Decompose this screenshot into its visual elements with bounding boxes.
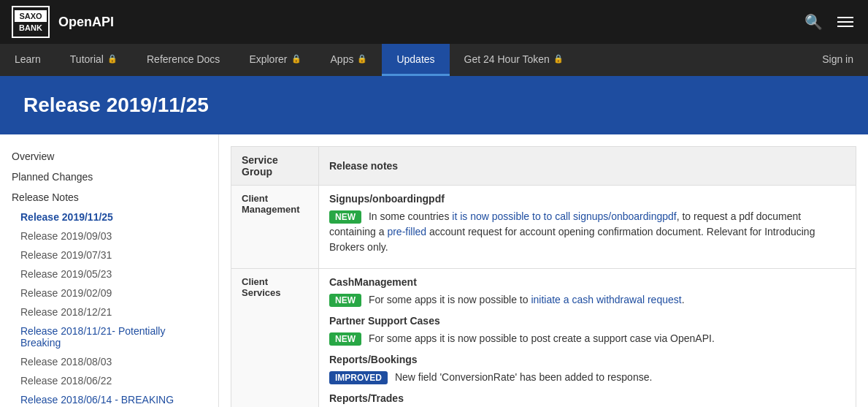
- page-title-bar: Release 2019/11/25: [0, 76, 868, 134]
- lock-icon-explorer: 🔒: [291, 54, 302, 64]
- nav-item-reference-docs[interactable]: Reference Docs: [132, 44, 234, 76]
- site-title: OpenAPI: [58, 15, 114, 30]
- release-notes-table: Service Group Release notes ClientManage…: [231, 146, 856, 407]
- nav-label-explorer: Explorer: [249, 53, 287, 65]
- sidebar-release-2018-06-14[interactable]: Release 2018/06/14 - BREAKING: [12, 390, 207, 407]
- sidebar-release-2018-06-22[interactable]: Release 2018/06/22: [12, 371, 207, 390]
- entry-text-cash: For some apps it is now possible to init…: [369, 294, 685, 305]
- entry-reports-bookings: Reports/Bookings IMPROVED New field 'Con…: [329, 354, 845, 385]
- lock-icon-tutorial: 🔒: [107, 54, 118, 64]
- main-content: Overview Planned Changes Release Notes R…: [0, 134, 868, 407]
- sidebar-release-2018-08-03[interactable]: Release 2018/08/03: [12, 352, 207, 371]
- nav-label-reference-docs: Reference Docs: [147, 53, 220, 65]
- saxo-bank-logo[interactable]: SAXO BANK: [12, 6, 50, 38]
- nav-item-updates[interactable]: Updates: [382, 44, 449, 76]
- nav-label-updates: Updates: [396, 53, 434, 65]
- sidebar-release-2018-12-21[interactable]: Release 2018/12/21: [12, 303, 207, 322]
- link-prefilled: pre-filled: [387, 226, 426, 237]
- badge-new-signups: NEW: [329, 210, 361, 224]
- sidebar-release-2019-11-25[interactable]: Release 2019/11/25: [12, 208, 207, 227]
- sidebar-release-2018-11-21[interactable]: Release 2018/11/21- Potentially Breaking: [12, 322, 207, 352]
- entry-title-trades: Reports/Trades: [329, 392, 845, 404]
- service-group-client-management: ClientManagement: [231, 186, 319, 269]
- entry-text-bookings: New field 'ConversionRate' has been adde…: [395, 371, 652, 383]
- col-release-notes: Release notes: [319, 147, 856, 186]
- sidebar-release-2019-09-03[interactable]: Release 2019/09/03: [12, 227, 207, 246]
- link-signups: it is now possible to to call signups/on…: [452, 210, 676, 222]
- link-cash: initiate a cash withdrawal request: [531, 294, 681, 305]
- nav-label-apps: Apps: [331, 53, 354, 65]
- header-right: 🔍: [804, 13, 856, 31]
- col-service-group: Service Group: [231, 147, 319, 186]
- logo-top: SAXO: [15, 10, 47, 22]
- nav-item-apps[interactable]: Apps 🔒: [316, 44, 383, 76]
- badge-new-partner: NEW: [329, 332, 361, 346]
- lock-icon-apps: 🔒: [357, 54, 367, 64]
- entry-partner-support: Partner Support Cases NEW For some apps …: [329, 315, 845, 346]
- sidebar-release-notes[interactable]: Release Notes: [12, 187, 207, 208]
- table-row-client-services: ClientServices CashManagement NEW For so…: [231, 269, 856, 408]
- logo-bottom: BANK: [15, 22, 47, 34]
- entry-reports-trades: Reports/Trades IMPROVED New field 'Instr…: [329, 392, 845, 407]
- sidebar: Overview Planned Changes Release Notes R…: [0, 134, 219, 407]
- main-nav: Learn Tutorial 🔒 Reference Docs Explorer…: [0, 44, 868, 76]
- entry-title-bookings: Reports/Bookings: [329, 354, 845, 365]
- service-group-client-services: ClientServices: [231, 269, 319, 408]
- header-left: SAXO BANK OpenAPI: [12, 6, 114, 38]
- content-area: Service Group Release notes ClientManage…: [219, 134, 868, 407]
- nav-label-signin: Sign in: [822, 53, 853, 65]
- header: SAXO BANK OpenAPI 🔍: [0, 0, 868, 44]
- sidebar-overview[interactable]: Overview: [12, 146, 207, 167]
- entry-title-cashmanagement: CashManagement: [329, 276, 845, 288]
- nav-label-token: Get 24 Hour Token: [464, 53, 550, 65]
- page-title: Release 2019/11/25: [23, 94, 845, 117]
- entry-cashmanagement: CashManagement NEW For some apps it is n…: [329, 276, 845, 308]
- release-notes-client-services: CashManagement NEW For some apps it is n…: [319, 269, 856, 408]
- nav-item-tutorial[interactable]: Tutorial 🔒: [55, 44, 132, 76]
- lock-icon-token: 🔒: [553, 54, 564, 64]
- entry-title-partner: Partner Support Cases: [329, 315, 845, 327]
- nav-item-learn[interactable]: Learn: [0, 44, 55, 76]
- entry-text-signups: In some countries it is now possible to …: [329, 210, 815, 253]
- entry-signups: Signups/onboardingpdf NEW In some countr…: [329, 193, 845, 255]
- nav-item-token[interactable]: Get 24 Hour Token 🔒: [450, 44, 578, 76]
- nav-label-learn: Learn: [15, 53, 41, 65]
- badge-new-cash: NEW: [329, 294, 361, 307]
- search-icon[interactable]: 🔍: [804, 13, 823, 31]
- nav-label-tutorial: Tutorial: [70, 53, 104, 65]
- sidebar-release-2019-07-31[interactable]: Release 2019/07/31: [12, 246, 207, 265]
- sidebar-release-2019-05-23[interactable]: Release 2019/05/23: [12, 265, 207, 284]
- sidebar-release-2019-02-09[interactable]: Release 2019/02/09: [12, 284, 207, 303]
- nav-item-explorer[interactable]: Explorer 🔒: [234, 44, 315, 76]
- sidebar-planned-changes[interactable]: Planned Changes: [12, 167, 207, 187]
- table-row-client-management: ClientManagement Signups/onboardingpdf N…: [231, 186, 856, 269]
- entry-text-partner: For some apps it is now possible to post…: [369, 332, 715, 344]
- entry-title-signups: Signups/onboardingpdf: [329, 193, 845, 205]
- nav-item-signin[interactable]: Sign in: [807, 44, 868, 76]
- badge-improved-bookings: IMPROVED: [329, 371, 388, 384]
- menu-icon[interactable]: [834, 14, 856, 30]
- release-notes-client-management: Signups/onboardingpdf NEW In some countr…: [319, 186, 856, 269]
